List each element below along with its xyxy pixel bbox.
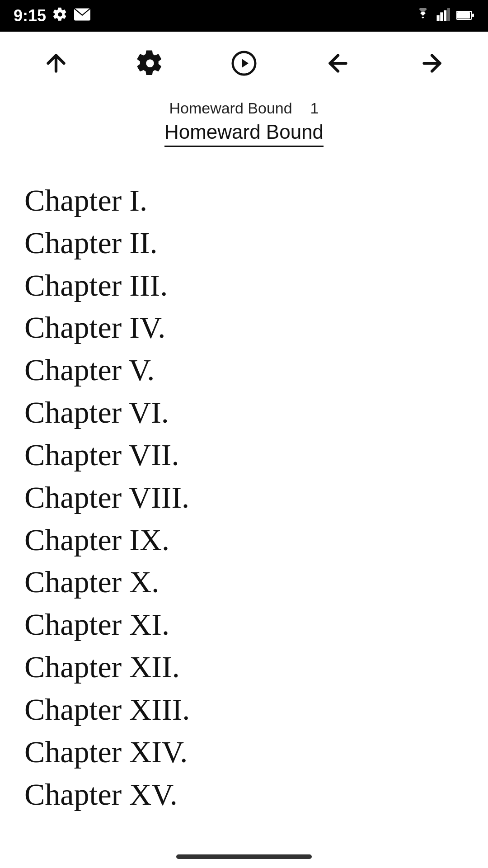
chapter-item[interactable]: Chapter VI. bbox=[24, 392, 464, 434]
chapter-item[interactable]: Chapter XIV. bbox=[24, 731, 464, 774]
chapter-list: Chapter I.Chapter II.Chapter III.Chapter… bbox=[0, 152, 488, 843]
wifi-icon bbox=[415, 8, 431, 24]
settings-button[interactable] bbox=[127, 41, 173, 86]
chapter-item[interactable]: Chapter V. bbox=[24, 349, 464, 392]
svg-rect-2 bbox=[440, 12, 443, 21]
mail-status-icon bbox=[74, 8, 90, 24]
chapter-item[interactable]: Chapter XI. bbox=[24, 604, 464, 646]
chapter-item[interactable]: Chapter III. bbox=[24, 264, 464, 307]
play-button[interactable] bbox=[221, 41, 267, 86]
chapter-item[interactable]: Chapter X. bbox=[24, 561, 464, 604]
chapter-item[interactable]: Chapter XIII. bbox=[24, 689, 464, 731]
chapter-item[interactable]: Chapter IX. bbox=[24, 519, 464, 561]
bottom-nav-indicator bbox=[176, 854, 312, 859]
svg-rect-6 bbox=[457, 12, 470, 19]
page-number: 1 bbox=[310, 99, 319, 117]
svg-rect-4 bbox=[447, 8, 450, 21]
book-title-main: Homeward Bound bbox=[0, 117, 488, 152]
gear-status-icon bbox=[53, 7, 67, 25]
chapter-item[interactable]: Chapter XV. bbox=[24, 774, 464, 816]
svg-marker-10 bbox=[242, 59, 249, 68]
chapter-item[interactable]: Chapter VII. bbox=[24, 434, 464, 476]
toolbar bbox=[0, 32, 488, 95]
status-bar-right bbox=[415, 8, 474, 24]
chapter-item[interactable]: Chapter IV. bbox=[24, 307, 464, 349]
forward-button[interactable] bbox=[409, 41, 455, 86]
book-title-underlined: Homeward Bound bbox=[164, 121, 324, 147]
back-button[interactable] bbox=[315, 41, 361, 86]
signal-icon bbox=[436, 8, 451, 24]
book-title-small: Homeward Bound bbox=[169, 99, 292, 117]
svg-rect-7 bbox=[472, 14, 474, 17]
svg-rect-3 bbox=[444, 10, 446, 20]
chapter-item[interactable]: Chapter I. bbox=[24, 179, 464, 222]
battery-icon bbox=[456, 8, 474, 24]
status-time: 9:15 bbox=[14, 6, 46, 25]
chapter-item[interactable]: Chapter VIII. bbox=[24, 476, 464, 519]
svg-rect-1 bbox=[436, 15, 439, 20]
header-info: Homeward Bound 1 bbox=[0, 95, 488, 117]
chapter-item[interactable]: Chapter XII. bbox=[24, 646, 464, 689]
up-arrow-button[interactable] bbox=[33, 41, 79, 86]
status-bar: 9:15 bbox=[0, 0, 488, 32]
status-bar-left: 9:15 bbox=[14, 6, 90, 25]
chapter-item[interactable]: Chapter II. bbox=[24, 222, 464, 264]
